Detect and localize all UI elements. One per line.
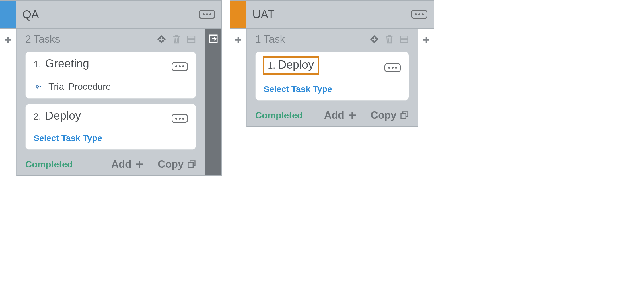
column-accent <box>230 1 246 28</box>
svg-rect-4 <box>400 36 408 39</box>
task-name[interactable]: Greeting <box>45 57 172 70</box>
task-header: 1. 1.Deploy <box>264 57 401 79</box>
column-accent <box>0 1 16 28</box>
copy-label: Copy <box>158 158 184 170</box>
trash-icon[interactable] <box>172 34 181 44</box>
panel-footer: Completed Add Copy <box>247 106 418 123</box>
copy-button[interactable]: Copy <box>371 109 409 121</box>
tasks-panel: 2 Tasks 1. Greeting <box>16 29 205 176</box>
select-task-type-link[interactable]: Select Task Type <box>34 133 102 143</box>
svg-rect-1 <box>188 40 195 42</box>
export-tray[interactable] <box>205 29 222 176</box>
task-card[interactable]: 2. Deploy Select Task Type <box>25 104 196 150</box>
plus-icon[interactable]: + <box>423 34 430 46</box>
add-label: Add <box>111 158 131 170</box>
procedure-label: Trial Procedure <box>48 81 111 92</box>
panel-toolbar: 2 Tasks <box>17 29 205 49</box>
copy-icon <box>187 160 196 169</box>
column-menu[interactable] <box>411 1 434 28</box>
task-body: Select Task Type <box>264 79 401 94</box>
completed-label[interactable]: Completed <box>255 110 303 121</box>
copy-icon <box>400 111 409 120</box>
task-number: 2. <box>34 111 41 122</box>
copy-button[interactable]: Copy <box>158 158 196 170</box>
panel-icons <box>157 34 196 44</box>
task-name[interactable]: Deploy <box>45 109 172 122</box>
add-button[interactable]: Add <box>324 109 357 121</box>
list-view-icon[interactable] <box>186 34 196 44</box>
column-header: QA <box>0 0 222 29</box>
column-body: + 2 Tasks <box>0 29 222 176</box>
panel-toolbar: 1 Task <box>247 29 418 49</box>
column-header: UAT <box>230 0 434 29</box>
task-card[interactable]: 1. Greeting Trial Procedure <box>25 52 196 99</box>
task-header: 1. Greeting <box>34 57 188 76</box>
task-number-inline: 1. <box>268 60 275 71</box>
add-label: Add <box>324 109 344 121</box>
plus-icon <box>135 160 144 169</box>
column-body: + 1 Task <box>230 29 434 127</box>
task-name[interactable]: 1.Deploy <box>264 57 318 74</box>
ellipsis-icon[interactable] <box>384 63 401 72</box>
select-task-type-link[interactable]: Select Task Type <box>264 84 332 94</box>
add-right-handle[interactable]: + <box>418 29 434 46</box>
copy-label: Copy <box>371 109 396 121</box>
column-menu[interactable] <box>199 1 221 28</box>
tasks-panel: 1 Task 1. 1.D <box>246 29 418 127</box>
panel-icons <box>369 34 409 44</box>
add-task-icon[interactable] <box>369 34 379 44</box>
ellipsis-icon[interactable] <box>172 62 188 71</box>
ellipsis-icon[interactable] <box>411 10 427 19</box>
task-body: Select Task Type <box>34 128 188 143</box>
svg-rect-0 <box>188 36 195 39</box>
task-number: 1. <box>34 59 41 70</box>
column-title: UAT <box>246 1 411 28</box>
export-icon <box>209 34 218 44</box>
panel-footer: Completed Add Copy <box>17 155 205 172</box>
ellipsis-icon[interactable] <box>199 10 215 19</box>
add-task-icon[interactable] <box>157 34 166 44</box>
task-count: 2 Tasks <box>25 33 157 45</box>
task-card[interactable]: 1. 1.Deploy Select Task Type <box>255 52 409 101</box>
plus-icon[interactable]: + <box>5 34 12 46</box>
add-left-handle[interactable]: + <box>0 29 16 46</box>
column-title: QA <box>16 1 199 28</box>
trash-icon[interactable] <box>384 34 394 44</box>
task-count: 1 Task <box>255 33 369 45</box>
add-button[interactable]: Add <box>111 158 144 170</box>
ellipsis-icon[interactable] <box>172 114 188 123</box>
svg-rect-6 <box>401 113 406 118</box>
svg-rect-2 <box>188 162 193 167</box>
plus-icon[interactable]: + <box>235 34 242 46</box>
procedure-icon <box>34 82 43 91</box>
column-qa: QA + 2 Tasks <box>0 0 222 176</box>
list-view-icon[interactable] <box>399 34 409 44</box>
add-left-handle[interactable]: + <box>230 29 246 46</box>
completed-label[interactable]: Completed <box>25 159 73 170</box>
task-header: 2. Deploy <box>34 109 188 128</box>
svg-rect-5 <box>400 40 408 42</box>
column-uat: UAT + 1 Task <box>230 0 434 176</box>
task-body[interactable]: Trial Procedure <box>34 76 188 92</box>
plus-icon <box>348 111 357 120</box>
